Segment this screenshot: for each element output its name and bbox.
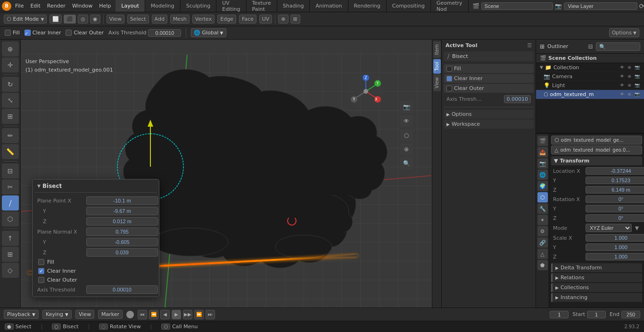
uv-btn[interactable]: UV [259,15,272,24]
physics-tab[interactable]: ⚙ [537,226,548,236]
delta-transform-header[interactable]: ▶ Delta Transform [551,263,642,272]
start-frame-input[interactable] [587,311,606,318]
panel-menu-icon[interactable]: ☰ [527,42,532,49]
plane-point-y-input[interactable] [86,207,158,215]
bisect-fill-checkbox[interactable] [38,259,44,265]
snapping-btn[interactable]: ⊞ [290,15,300,24]
scale-z-input[interactable] [586,253,644,260]
marker-btn[interactable]: Marker [98,310,123,319]
menu-help[interactable]: Help [96,2,114,10]
end-frame-input[interactable] [621,311,640,318]
loop-cut-tool[interactable]: ⊟ [2,163,19,178]
plane-point-x-input[interactable] [86,196,158,205]
poly-build-tool[interactable]: ⬡ [2,211,19,227]
plane-normal-z-input[interactable] [86,248,158,257]
collection-row[interactable]: ▼ 📁 Collection 👁 ⊕ 📷 [536,63,644,72]
view-type-btn[interactable]: 👁 [400,115,413,127]
view-timeline-btn[interactable]: View [75,310,94,319]
view-layer-input[interactable] [564,2,637,10]
view-btn[interactable]: View [107,15,124,24]
tab-texture-paint[interactable]: Texture Paint [247,0,277,12]
scene-tab[interactable]: 🌐 [537,170,548,180]
render-tab[interactable]: 🎬 [537,136,548,146]
menu-edit[interactable]: Edit [27,2,43,10]
mesh-eye-icon[interactable]: 👁 [619,91,625,97]
x-ray-btn[interactable]: ⊕ [400,143,413,155]
rotate-tool[interactable]: ↻ [2,77,19,92]
bevel-tool[interactable]: ◇ [2,263,19,278]
light-sel-icon[interactable]: ⊕ [626,82,633,89]
axis-thresh-value-n[interactable]: 0.00010 [504,95,531,103]
jump-start-btn[interactable]: ⏮ [138,310,147,319]
move-tool[interactable]: ✛ [2,57,19,73]
vis-render-icon[interactable]: 📷 [634,64,640,71]
play-btn[interactable]: ▶ [172,310,181,319]
mesh-render-icon[interactable]: 📷 [634,91,640,97]
extrude-tool[interactable]: ↑ [2,231,19,246]
inset-tool[interactable]: ⊞ [2,247,19,262]
cursor-tool[interactable]: ⊕ [2,41,19,57]
next-key-btn[interactable]: ⏩ [194,310,204,319]
cam-eye-icon[interactable]: 👁 [619,73,625,80]
next-frame-btn[interactable]: ▶▶ [183,310,192,319]
plane-normal-y-input[interactable] [86,238,158,246]
rot-y-input[interactable] [586,205,644,212]
tab-shading[interactable]: Shading [277,0,310,12]
objdata-tab[interactable]: △ [537,249,548,259]
transform-header[interactable]: ▼ Transform [551,156,642,165]
filter-icon[interactable]: ⊟ [588,43,593,50]
loc-y-input[interactable] [586,177,644,184]
material-tab[interactable]: ⬟ [537,260,548,270]
tab-sculpting[interactable]: Sculpting [181,0,216,12]
tab-modeling[interactable]: Modeling [145,0,181,12]
viewlayer-tab[interactable]: 📷 [537,158,548,169]
options-button[interactable]: Options ▼ [609,28,639,37]
obj-name-field[interactable]: ⬡ odm_textured_model_ge... [551,136,642,145]
light-render-icon[interactable]: 📷 [634,82,640,89]
clear-inner-checkbox-n[interactable] [446,76,452,81]
menu-file[interactable]: File [12,2,26,10]
magnet-btn[interactable]: ⊕ [278,15,288,24]
bisect-axis-thresh-input[interactable] [86,285,158,294]
obj-data-field[interactable]: △ odm_textured_model_geo.0... [551,146,642,154]
global-select[interactable]: 🌐 Global ▼ [191,28,226,37]
current-frame-input[interactable] [550,311,569,318]
face-btn[interactable]: Face [239,15,256,24]
options-btn[interactable]: Options ▼ [609,28,639,37]
prev-frame-btn[interactable]: ◀ [160,310,170,319]
rot-x-input[interactable] [586,195,644,203]
jump-end-btn[interactable]: ⏭ [206,310,215,319]
select-btn[interactable]: Select [127,15,149,24]
edge-btn[interactable]: Edge [217,15,236,24]
fill-checkbox[interactable] [5,30,11,36]
item-tab[interactable]: Item [433,41,441,58]
clear-outer-checkbox[interactable] [66,30,72,36]
clear-outer-checkbox-n[interactable] [446,86,452,91]
tab-rendering[interactable]: Rendering [348,0,387,12]
menu-window[interactable]: Window [69,2,95,10]
options-toggle[interactable]: ▶ Options [444,110,534,119]
loc-x-input[interactable] [586,167,644,175]
overlay-btn[interactable]: ○ [400,129,413,141]
constraints-tab[interactable]: 🔗 [537,237,548,248]
scale-x-input[interactable] [586,234,644,242]
world-tab[interactable]: 🌍 [537,181,548,191]
rotation-mode-select[interactable]: XYZ Euler [586,224,632,232]
collections-header[interactable]: ▶ Collections [551,283,642,292]
plane-normal-x-input[interactable] [86,227,158,236]
rot-z-input[interactable] [586,214,644,222]
light-row[interactable]: 💡 Light 👁 ⊕ 📷 [536,81,644,90]
workspace-toggle[interactable]: ▶ Workspace [444,120,534,129]
annotate-tool[interactable]: ✏ [2,128,19,143]
wireframe-btn[interactable]: ⬜ [50,15,62,24]
measure-tool[interactable]: 📏 [2,144,19,159]
mesh-row[interactable]: ⬡ odm_textured_m 👁 ⊕ 📷 [536,90,644,99]
axis-threshold-input[interactable] [148,29,181,37]
mesh-btn[interactable]: Mesh [170,15,190,24]
modifier-tab[interactable]: 🔧 [537,203,548,214]
relations-header[interactable]: ▶ Relations [551,273,642,282]
chevron-down-icon[interactable]: ▼ [634,225,640,231]
transform-tool[interactable]: ⊞ [2,109,19,124]
camera-view-btn[interactable]: 📷 [400,101,413,113]
tab-compositing[interactable]: Compositing [387,0,431,12]
